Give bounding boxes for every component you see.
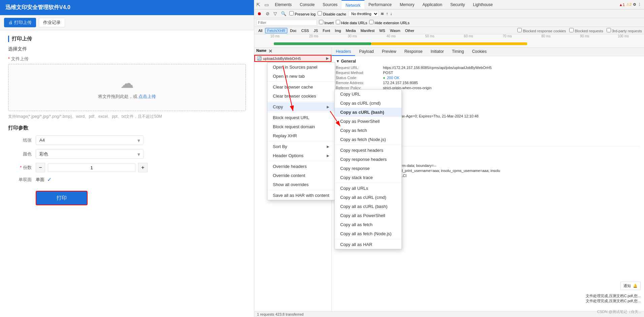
hide-data-urls-checkbox[interactable]	[336, 20, 340, 24]
clear-icon[interactable]: ⊘	[265, 11, 270, 16]
ctx-override-content[interactable]: Override content	[267, 171, 335, 180]
sub-copy-all-powershell[interactable]: Copy all as PowerShell	[335, 211, 401, 220]
details-tabs: Headers Payload Preview Response Initiat…	[332, 48, 644, 56]
print-btn-wrap: 打印	[8, 191, 246, 205]
blocked-requests-cb[interactable]	[569, 28, 574, 32]
tab-sources[interactable]: Sources	[319, 0, 342, 9]
print-button[interactable]: 打印	[36, 191, 88, 205]
upload-link[interactable]: 点击上传	[138, 94, 156, 99]
detail-tab-headers[interactable]: Headers	[332, 48, 355, 56]
tab-print-upload[interactable]: 🖨 打印上传	[4, 18, 36, 27]
filter-input[interactable]	[256, 20, 317, 26]
submenu: Copy URL Copy as cURL (cmd) Copy as cURL…	[334, 89, 402, 249]
ctx-save-har[interactable]: Save all as HAR with content	[267, 191, 335, 200]
ctx-block-url[interactable]: Block request URL	[267, 113, 335, 122]
app-content: 打印上传 选择文件 * 文件上传 ☁ 将文件拖到此处，或 点击上传 支持Imag…	[0, 30, 254, 211]
tab-memory[interactable]: Memory	[396, 0, 418, 9]
tab-console[interactable]: Console	[296, 0, 319, 9]
filter-icon[interactable]: ▽	[272, 11, 278, 16]
tab-application[interactable]: Application	[418, 0, 446, 9]
upload-icon: ↑	[386, 11, 388, 16]
detail-tab-timing[interactable]: Timing	[448, 48, 468, 56]
ctx-header-options[interactable]: Header Options ▶	[267, 151, 335, 160]
ctx-show-overrides[interactable]: Show all overrides	[267, 180, 335, 189]
upload-area[interactable]: ☁ 将文件拖到此处，或 点击上传	[8, 64, 246, 111]
network-row-upload[interactable]: 🔄 uploadJobByWebOrH5 ▶	[254, 55, 331, 62]
tab-performance[interactable]: Performance	[364, 0, 396, 9]
type-fetch-xhr[interactable]: Fetch/XHR	[265, 28, 287, 33]
invert-checkbox[interactable]	[319, 20, 323, 24]
type-doc[interactable]: Doc	[288, 28, 299, 33]
sub-copy-req-headers[interactable]: Copy request headers	[335, 146, 401, 155]
third-party-cb[interactable]	[607, 28, 611, 32]
sub-copy-all-har[interactable]: Copy all as HAR	[335, 240, 401, 249]
ctx-open-tab[interactable]: Open in new tab	[267, 72, 335, 81]
paper-select[interactable]: A4	[36, 135, 143, 145]
tab-elements[interactable]: Elements	[271, 0, 296, 9]
qty-minus-btn[interactable]: −	[36, 163, 45, 172]
detail-tab-cookies[interactable]: Cookies	[468, 48, 490, 56]
ctx-copy[interactable]: Copy ▶	[267, 102, 335, 111]
type-wasm[interactable]: Wasm	[388, 28, 402, 33]
blocked-cookies-cb[interactable]	[517, 28, 522, 32]
upload-cloud-icon: ☁	[120, 75, 134, 91]
sub-copy-all-fetch-node[interactable]: Copy all as fetch (Node.js)	[335, 229, 401, 238]
type-all[interactable]: All	[256, 28, 264, 33]
detail-tab-response[interactable]: Response	[400, 48, 426, 56]
preserve-log-checkbox[interactable]	[289, 11, 294, 15]
tab-lighthouse[interactable]: Lighthouse	[469, 0, 497, 9]
ctx-override-headers[interactable]: Override headers	[267, 162, 335, 171]
sub-copy-stack[interactable]: Copy stack trace	[335, 173, 401, 182]
ctx-block-domain[interactable]: Block request domain	[267, 122, 335, 131]
ctx-sort-by[interactable]: Sort By ▶	[267, 142, 335, 151]
search-icon[interactable]: 🔍	[280, 11, 287, 16]
devtools-top-right: ▲1 ⚠2 ⚙ ⋮	[619, 2, 644, 7]
type-manifest[interactable]: Manifest	[358, 28, 377, 33]
detail-tab-preview[interactable]: Preview	[378, 48, 400, 56]
sub-copy-fetch[interactable]: Copy as fetch	[335, 126, 401, 135]
type-font[interactable]: Font	[321, 28, 332, 33]
sub-copy-fetch-node[interactable]: Copy as fetch (Node.js)	[335, 135, 401, 144]
sub-copy-curl-bash[interactable]: Copy as cURL (bash)	[335, 108, 401, 117]
network-row-name: uploadJobByWebOrH5	[263, 57, 325, 61]
label-color: 颜色	[8, 151, 32, 157]
notification-label: 通知	[623, 283, 631, 288]
detail-tab-payload[interactable]: Payload	[355, 48, 378, 56]
tl-30ms: 30 ms	[333, 34, 372, 40]
tab-security[interactable]: Security	[446, 0, 469, 9]
warn-count: ⚠2	[626, 2, 632, 7]
type-media[interactable]: Media	[344, 28, 358, 33]
type-js[interactable]: JS	[312, 28, 320, 33]
record-icon[interactable]: ⏺	[256, 11, 263, 16]
ctx-open-sources[interactable]: Open in Sources panel	[267, 63, 335, 72]
qty-input[interactable]	[48, 164, 135, 172]
disable-cache-checkbox[interactable]	[318, 11, 322, 15]
detail-tab-initiator[interactable]: Initiator	[426, 48, 448, 56]
close-detail-btn[interactable]: ✕	[266, 48, 275, 54]
type-img[interactable]: Img	[333, 28, 343, 33]
settings-icon[interactable]: ⚙	[633, 2, 636, 7]
sub-copy-curl-cmd[interactable]: Copy as cURL (cmd)	[335, 99, 401, 108]
network-toolbar: ⏺ ⊘ ▽ 🔍 Preserve log Disable cache No th…	[254, 9, 644, 18]
tab-network[interactable]: Network	[342, 0, 364, 9]
sub-copy-all-urls[interactable]: Copy all URLs	[335, 184, 401, 193]
ctx-replay-xhr[interactable]: Replay XHR	[267, 131, 335, 140]
type-other[interactable]: Other	[403, 28, 416, 33]
qty-plus-btn[interactable]: +	[138, 163, 148, 172]
ctx-clear-cookies[interactable]: Clear browser cookies	[267, 92, 335, 101]
sub-copy-url[interactable]: Copy URL	[335, 90, 401, 99]
type-css[interactable]: CSS	[299, 28, 311, 33]
ctx-clear-cache[interactable]: Clear browser cache	[267, 82, 335, 92]
type-ws[interactable]: WS	[377, 28, 387, 33]
sub-copy-powershell[interactable]: Copy as PowerShell	[335, 117, 401, 126]
sub-copy-resp-headers[interactable]: Copy response headers	[335, 155, 401, 164]
color-select[interactable]: 彩色	[36, 149, 143, 159]
sub-copy-all-curl-bash[interactable]: Copy all as cURL (bash)	[335, 202, 401, 211]
sub-copy-response[interactable]: Copy response	[335, 164, 401, 173]
more-icon[interactable]: ⋮	[638, 2, 641, 7]
sub-copy-all-curl-cmd[interactable]: Copy all as cURL (cmd)	[335, 193, 401, 202]
throttle-select[interactable]: No throttling	[348, 11, 379, 17]
tab-job-history[interactable]: 作业记录	[39, 18, 65, 27]
hide-ext-urls-checkbox[interactable]	[369, 20, 374, 24]
sub-copy-all-fetch[interactable]: Copy all as fetch	[335, 220, 401, 229]
